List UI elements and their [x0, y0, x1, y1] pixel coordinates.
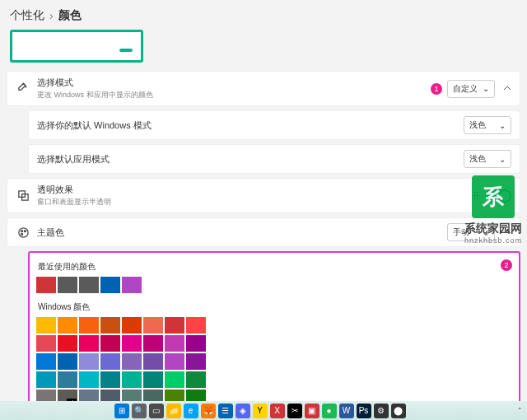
- svg-point-5: [21, 233, 22, 235]
- color-swatch[interactable]: [100, 335, 120, 352]
- color-swatch[interactable]: [58, 335, 77, 352]
- chevron-down-icon: ⌄: [483, 228, 489, 237]
- mode-title: 选择模式: [37, 77, 431, 89]
- brush-icon: [16, 82, 30, 96]
- windows-mode-select[interactable]: 浅色⌄: [464, 116, 511, 134]
- breadcrumb-sep: ›: [49, 9, 54, 22]
- breadcrumb-current: 颜色: [58, 8, 82, 23]
- color-swatch[interactable]: [58, 317, 77, 334]
- taskbar-app-icon[interactable]: ☰: [218, 404, 233, 418]
- color-swatch[interactable]: [79, 353, 99, 370]
- color-swatch[interactable]: [143, 371, 163, 388]
- taskbar-app-icon[interactable]: ▣: [305, 404, 319, 418]
- color-swatch[interactable]: [143, 353, 163, 370]
- color-swatch[interactable]: [36, 277, 56, 293]
- taskbar-app-icon[interactable]: ⬤: [391, 404, 406, 418]
- breadcrumb-parent[interactable]: 个性化: [10, 8, 44, 23]
- accent-row[interactable]: 主题色 手动⌄: [7, 217, 520, 247]
- chevron-down-icon: ⌄: [499, 121, 506, 130]
- taskbar-app-icon[interactable]: 🦊: [201, 404, 216, 418]
- color-swatch[interactable]: [122, 353, 142, 370]
- app-mode-row[interactable]: 选择默认应用模式 浅色⌄: [28, 144, 520, 174]
- color-swatch[interactable]: [79, 317, 99, 334]
- svg-point-4: [24, 230, 26, 231]
- taskbar-app-icon[interactable]: Y: [253, 404, 268, 418]
- color-swatch[interactable]: [186, 317, 206, 334]
- taskbar-app-icon[interactable]: ●: [322, 404, 337, 418]
- windows-mode-row[interactable]: 选择你的默认 Windows 模式 浅色⌄: [28, 110, 520, 140]
- taskbar-app-icon[interactable]: Ps: [357, 404, 371, 418]
- theme-preview: [10, 30, 143, 63]
- app-mode-title: 选择默认应用模式: [37, 153, 464, 166]
- svg-point-2: [18, 227, 27, 236]
- color-swatch[interactable]: [186, 335, 206, 352]
- taskbar-app-icon[interactable]: 🔍: [132, 404, 147, 418]
- transparency-state: 开: [472, 190, 480, 202]
- expand-toggle[interactable]: [503, 85, 511, 93]
- palette-icon: [16, 225, 30, 240]
- color-swatch[interactable]: [79, 335, 99, 352]
- mode-desc: 更改 Windows 和应用中显示的颜色: [37, 90, 431, 100]
- taskbar-app-icon[interactable]: 📁: [166, 404, 181, 418]
- tray-up-icon[interactable]: ˄: [518, 407, 522, 415]
- badge-1: 1: [431, 83, 442, 95]
- mode-row[interactable]: 选择模式 更改 Windows 和应用中显示的颜色 1 自定义 ⌄: [7, 71, 520, 106]
- color-swatch[interactable]: [79, 371, 99, 388]
- color-swatch[interactable]: [122, 317, 142, 334]
- color-swatch[interactable]: [100, 317, 120, 334]
- mode-select[interactable]: 自定义 ⌄: [447, 80, 495, 98]
- color-swatch[interactable]: [36, 371, 56, 388]
- color-swatch[interactable]: [143, 317, 163, 334]
- color-swatch[interactable]: [36, 317, 56, 334]
- color-swatch[interactable]: [165, 371, 184, 388]
- transparency-title: 透明效果: [37, 184, 472, 196]
- accent-title: 主题色: [37, 226, 447, 239]
- color-swatch[interactable]: [58, 277, 77, 293]
- accent-select[interactable]: 手动⌄: [447, 223, 495, 241]
- transparency-row[interactable]: 透明效果 窗口和表面显示半透明 开: [7, 178, 520, 213]
- windows-colors-label: Windows 颜色: [38, 301, 512, 313]
- color-swatch[interactable]: [165, 353, 184, 370]
- taskbar-app-icon[interactable]: X: [270, 404, 285, 418]
- taskbar-app-icon[interactable]: ⊞: [114, 404, 129, 418]
- chevron-down-icon: ⌄: [499, 155, 506, 164]
- recent-label: 最近使用的颜色: [38, 261, 512, 273]
- recent-swatches: [36, 277, 512, 293]
- transparency-toggle[interactable]: [485, 189, 511, 203]
- taskbar-center: ⊞🔍▭📁e🦊☰◈YX✂▣●WPs⚙⬤: [114, 404, 406, 418]
- color-swatch[interactable]: [36, 353, 56, 370]
- svg-point-3: [21, 230, 22, 231]
- color-swatch[interactable]: [143, 335, 163, 352]
- color-swatch[interactable]: [100, 371, 120, 388]
- taskbar-app-icon[interactable]: ◈: [236, 404, 250, 418]
- color-swatch[interactable]: [79, 277, 99, 293]
- breadcrumb: 个性化 › 颜色: [10, 8, 520, 23]
- color-swatch[interactable]: [100, 353, 120, 370]
- badge-2: 2: [501, 259, 512, 271]
- color-swatch[interactable]: [186, 371, 206, 388]
- taskbar[interactable]: ⊞🔍▭📁e🦊☰◈YX✂▣●WPs⚙⬤ ˄: [0, 401, 527, 420]
- app-mode-select[interactable]: 浅色⌄: [464, 150, 511, 168]
- color-swatch[interactable]: [186, 353, 206, 370]
- color-swatch[interactable]: [58, 371, 77, 388]
- color-swatch[interactable]: [122, 371, 142, 388]
- transparency-icon: [16, 189, 30, 203]
- taskbar-tray[interactable]: ˄: [518, 407, 522, 415]
- color-swatch[interactable]: [165, 317, 184, 334]
- color-swatch[interactable]: [100, 277, 120, 293]
- taskbar-app-icon[interactable]: ✂: [287, 404, 302, 418]
- taskbar-app-icon[interactable]: e: [184, 404, 198, 418]
- color-swatch[interactable]: [165, 335, 184, 352]
- color-swatch[interactable]: [36, 335, 56, 352]
- taskbar-app-icon[interactable]: ▭: [149, 404, 164, 418]
- chevron-down-icon: ⌄: [483, 84, 489, 93]
- color-swatch[interactable]: [122, 335, 142, 352]
- color-swatch[interactable]: [58, 353, 77, 370]
- color-panel: 2 最近使用的颜色 Windows 颜色: [28, 251, 520, 420]
- taskbar-app-icon[interactable]: W: [339, 404, 354, 418]
- color-swatch[interactable]: [122, 277, 142, 293]
- taskbar-app-icon[interactable]: ⚙: [374, 404, 389, 418]
- transparency-desc: 窗口和表面显示半透明: [37, 197, 472, 208]
- expand-toggle[interactable]: [503, 228, 511, 236]
- windows-mode-title: 选择你的默认 Windows 模式: [37, 119, 464, 132]
